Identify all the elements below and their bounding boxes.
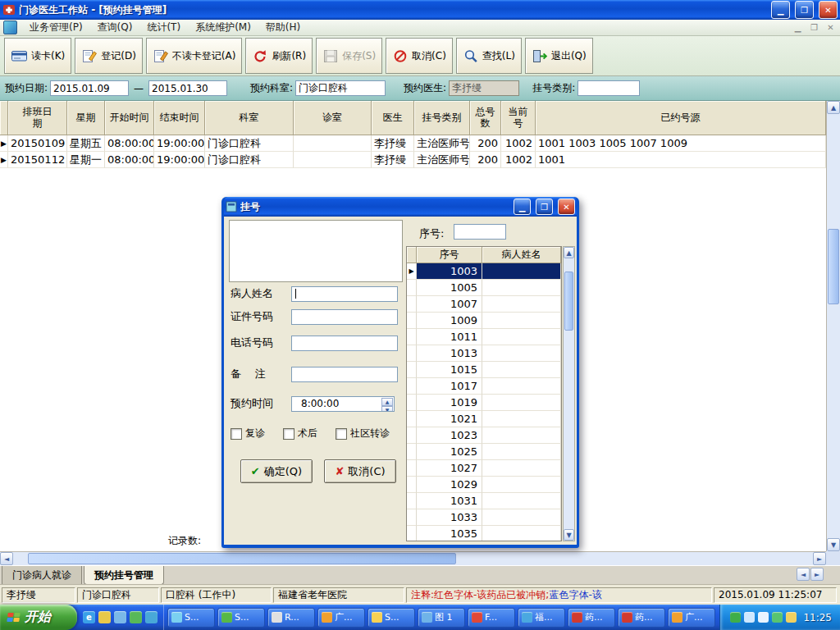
dialog-maximize-button[interactable]: ❐	[536, 199, 553, 215]
network-icon[interactable]	[744, 612, 755, 623]
cancel-button[interactable]: ✘ 取消(C)	[324, 459, 396, 483]
dialog-field-input[interactable]	[291, 336, 398, 351]
dialog-grid-name-header[interactable]: 病人姓名	[482, 247, 561, 263]
grid-column-header[interactable]: 已约号源	[536, 101, 826, 135]
tab-scroll-left-icon[interactable]: ◄	[797, 568, 810, 581]
toolbar-button-save[interactable]: 保存(S)	[316, 38, 382, 74]
menu-item[interactable]: 业务管理(P)	[22, 20, 90, 34]
dialog-vscroll-thumb[interactable]	[564, 272, 573, 331]
taskbar-task-button[interactable]: 福...	[518, 608, 565, 628]
dialog-grid-row[interactable]: 1011	[407, 329, 561, 345]
dialog-grid-row[interactable]: 1019	[407, 395, 561, 411]
vscroll-track[interactable]	[827, 114, 840, 538]
taskbar-task-button[interactable]: S...	[368, 608, 415, 628]
dialog-grid-row[interactable]: 1015	[407, 362, 561, 378]
grid-column-header[interactable]: 科室	[205, 101, 294, 135]
doctor-input[interactable]: 李抒缦	[449, 80, 519, 96]
toolbar-button-find[interactable]: 查找(L)	[456, 38, 522, 74]
dialog-grid-row[interactable]: 1023	[407, 427, 561, 444]
media-icon[interactable]	[130, 611, 142, 623]
dialog-grid-row[interactable]: 1033	[407, 509, 561, 526]
input-method-icon[interactable]	[772, 612, 783, 623]
mdi-close-icon[interactable]: ✕	[824, 23, 837, 32]
grid-column-header[interactable]: 诊室	[294, 101, 372, 135]
dialog-grid-row[interactable]: 1029	[407, 477, 561, 493]
volume-icon[interactable]	[758, 612, 769, 623]
scroll-left-icon[interactable]: ◄	[0, 552, 13, 565]
restore-button[interactable]: ❐	[795, 1, 814, 19]
dialog-field-input[interactable]	[291, 367, 398, 382]
main-vertical-scrollbar[interactable]: ▲ ▼	[826, 101, 840, 551]
antivirus-icon[interactable]	[730, 612, 741, 623]
ie-icon[interactable]: e	[83, 611, 95, 623]
menu-item[interactable]: 统计(T)	[139, 20, 188, 34]
schedule-grid-row[interactable]: ▶20150112星期一08:00:0019:00:00门诊口腔科李抒缦主治医师…	[0, 152, 826, 168]
update-icon[interactable]	[786, 612, 797, 623]
toolbar-button-register[interactable]: 登记(D)	[75, 38, 143, 74]
desktop-icon[interactable]	[114, 611, 126, 623]
taskbar-task-button[interactable]: S...	[217, 608, 265, 628]
taskbar-task-button[interactable]: S...	[167, 608, 215, 628]
mail-icon[interactable]	[98, 611, 111, 623]
dialog-grid-row[interactable]: 1005	[407, 280, 561, 296]
toolbar-button-cancel[interactable]: 取消(C)	[386, 38, 453, 74]
toolbar-button-register2[interactable]: 不读卡登记(A)	[146, 38, 243, 74]
menu-item[interactable]: 帮助(H)	[258, 20, 308, 34]
taskbar-clock[interactable]: 11:25	[803, 612, 832, 623]
grid-column-header[interactable]: 开始时间	[105, 101, 154, 135]
reg-type-input[interactable]	[578, 80, 640, 96]
taskbar-task-button[interactable]: 药...	[568, 608, 615, 628]
dialog-grid-row[interactable]: 1007	[407, 296, 561, 313]
grid-column-header[interactable]: 当前 号	[501, 101, 536, 135]
dialog-grid-row[interactable]: 1027	[407, 460, 561, 477]
scroll-down-icon[interactable]: ▼	[827, 538, 840, 551]
grid-column-header[interactable]: 星期	[67, 101, 105, 135]
hscroll-track[interactable]	[13, 552, 813, 565]
taskbar-task-button[interactable]: 药...	[618, 608, 665, 628]
hscroll-thumb[interactable]	[28, 553, 456, 564]
checkbox-option[interactable]: 社区转诊	[336, 427, 390, 441]
date-from-input[interactable]: 2015.01.09	[50, 80, 129, 96]
grid-column-header[interactable]: 结束时间	[154, 101, 205, 135]
spin-up-icon[interactable]: ▲	[381, 398, 393, 406]
toolbar-button-exit[interactable]: 退出(Q)	[525, 38, 593, 74]
spin-down-icon[interactable]: ▼	[381, 406, 393, 412]
dialog-scroll-up-icon[interactable]: ▲	[564, 247, 574, 258]
minimize-button[interactable]: ▁	[771, 1, 790, 19]
dialog-grid-row[interactable]: 1009	[407, 313, 561, 329]
toolbar-button-card[interactable]: 读卡(K)	[4, 38, 71, 74]
dialog-grid-row[interactable]: 1035	[407, 526, 561, 541]
dialog-grid-row[interactable]: 1021	[407, 411, 561, 427]
dialog-grid-row[interactable]: ▶1003	[407, 263, 561, 280]
dialog-grid-row[interactable]: 1017	[407, 378, 561, 395]
dialog-field-input[interactable]	[291, 309, 398, 325]
dialog-grid-row[interactable]: 1031	[407, 493, 561, 509]
schedule-grid-row[interactable]: ▶20150109星期五08:00:0019:00:00门诊口腔科李抒缦主治医师…	[0, 135, 826, 152]
toolbar-button-refresh[interactable]: 刷新(R)	[245, 38, 313, 74]
dialog-scroll-down-icon[interactable]: ▼	[564, 529, 574, 541]
date-to-input[interactable]: 2015.01.30	[148, 80, 227, 96]
grid-column-header[interactable]: 总号 数	[470, 101, 501, 135]
grid-column-header[interactable]: 挂号类别	[414, 101, 470, 135]
taskbar-task-button[interactable]: 图 1	[418, 608, 465, 628]
grid-column-header[interactable]: 医生	[372, 101, 414, 135]
dialog-vscroll-track[interactable]	[564, 258, 574, 529]
taskbar-task-button[interactable]: 广...	[668, 608, 715, 628]
start-button[interactable]: 开始	[0, 605, 77, 630]
dialog-grid-row[interactable]: 1013	[407, 345, 561, 362]
dialog-grid-seq-header[interactable]: 序号	[417, 247, 482, 263]
menu-item[interactable]: 查询(Q)	[90, 20, 140, 34]
messenger-icon[interactable]	[145, 611, 158, 623]
scroll-right-icon[interactable]: ►	[813, 552, 826, 565]
checkbox-option[interactable]: 复诊	[231, 427, 265, 441]
scroll-up-icon[interactable]: ▲	[827, 101, 840, 114]
checkbox-option[interactable]: 术后	[283, 427, 317, 441]
main-horizontal-scrollbar[interactable]: ◄ ►	[0, 551, 826, 565]
sequence-input[interactable]	[454, 224, 506, 240]
ok-button[interactable]: ✔ 确定(Q)	[240, 459, 313, 483]
taskbar-task-button[interactable]: R...	[267, 608, 315, 628]
appointment-time-input[interactable]: 8:00:00 ▲▼	[291, 396, 395, 412]
close-button[interactable]: ✕	[819, 1, 838, 19]
menu-item[interactable]: 系统维护(M)	[188, 20, 258, 34]
taskbar-task-button[interactable]: 广...	[317, 608, 365, 628]
